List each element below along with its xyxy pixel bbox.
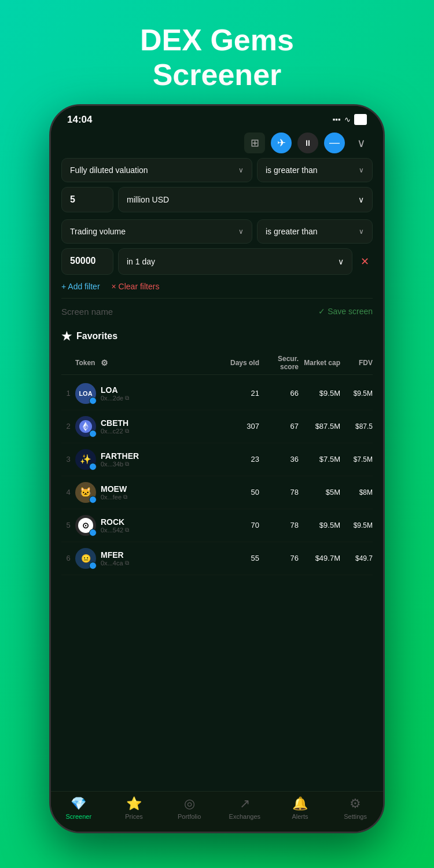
filter1-unit-dropdown[interactable]: million USD ∨ [118, 187, 373, 212]
copy-icon[interactable]: ⧉ [123, 494, 127, 501]
table-row[interactable]: 4 🐱 MOEW 0x...fee ⧉ 50 78 $5M $8M [61, 476, 373, 509]
cell-secur-score: 76 [259, 554, 299, 562]
status-bar: 14:04 ▪▪▪ ∿ 52 [51, 106, 383, 129]
nav-label-exchanges: Exchanges [229, 813, 260, 820]
table-row[interactable]: 2 CBETH 0x...c22 ⧉ 307 67 $87.5M $87.5 [61, 410, 373, 443]
table-row[interactable]: 3 ✨ FARTHER 0x...34b ⧉ 23 36 $7.5M $7.5M [61, 443, 373, 476]
nav-item-prices[interactable]: ⭐ Prices [116, 796, 151, 820]
save-screen-button[interactable]: ✓ Save screen [318, 307, 373, 316]
token-info: CBETH 0x...c22 ⧉ [101, 418, 129, 435]
copy-icon[interactable]: ⧉ [125, 527, 129, 534]
favorites-label: Favorites [76, 331, 117, 341]
token-symbol: MOEW [101, 484, 127, 494]
token-avatar: ✨ [75, 449, 96, 470]
row-rank: 3 [61, 455, 75, 464]
cell-market-cap: $9.5M [299, 389, 340, 398]
pause-button[interactable]: ⏸ [297, 133, 318, 153]
filter2-operator-dropdown[interactable]: is greater than ∨ [257, 219, 373, 244]
filter2-field-chevron: ∨ [238, 227, 244, 236]
nav-item-screener[interactable]: 💎 Screener [61, 796, 96, 820]
token-info: ROCK 0x...542 ⧉ [101, 517, 129, 534]
chain-dot [89, 562, 97, 569]
token-address: 0x...2de ⧉ [101, 395, 129, 402]
token-symbol: CBETH [101, 418, 129, 428]
filter1-value-row: 5 million USD ∨ [61, 187, 373, 212]
token-address: 0x...542 ⧉ [101, 527, 129, 534]
cell-secur-score: 78 [259, 488, 299, 496]
filter1-field-row: Fully diluted valuation ∨ is greater tha… [61, 158, 373, 182]
filter2-value-row: 50000 in 1 day ∨ ✕ [61, 248, 373, 275]
table-row[interactable]: 6 😐 MFER 0x...4ca ⧉ 55 76 $49.7M $49.7 [61, 542, 373, 575]
nav-item-exchanges[interactable]: ↗ Exchanges [227, 796, 262, 820]
nav-label-prices: Prices [125, 813, 143, 820]
cell-fdv: $7.5M [340, 455, 373, 464]
screen-name-input[interactable]: Screen name [61, 307, 113, 317]
cell-market-cap: $87.5M [299, 422, 340, 431]
row-rank: 6 [61, 554, 75, 562]
settings-icon[interactable]: ⚙ [101, 358, 108, 367]
token-address: 0x...c22 ⧉ [101, 428, 129, 435]
token-col: ⊙ ROCK 0x...542 ⧉ [75, 515, 229, 536]
token-col: 😐 MFER 0x...4ca ⧉ [75, 548, 229, 569]
filter2-value[interactable]: 50000 [61, 248, 113, 275]
nav-item-alerts[interactable]: 🔔 Alerts [282, 796, 317, 820]
token-address: 0x...fee ⧉ [101, 494, 127, 501]
cell-fdv: $87.5 [340, 422, 373, 431]
nav-icon-portfolio: ◎ [184, 796, 195, 811]
nav-icon-alerts: 🔔 [292, 796, 308, 811]
token-symbol: ROCK [101, 517, 129, 527]
copy-icon[interactable]: ⧉ [125, 461, 129, 468]
nav-label-settings: Settings [344, 813, 367, 820]
table-header: Token ⚙ Days old Secur. score Market cap… [61, 351, 373, 375]
cell-market-cap: $5M [299, 488, 340, 496]
token-info: MOEW 0x...fee ⧉ [101, 484, 127, 501]
token-col: 🐱 MOEW 0x...fee ⧉ [75, 482, 229, 503]
filter1-operator-chevron: ∨ [359, 166, 364, 174]
signal-icon: ▪▪▪ [333, 115, 341, 124]
filter2-unit-chevron: ∨ [338, 257, 344, 266]
toolbar: ⊞ ✈ ⏸ — ∨ [51, 129, 383, 158]
filter1-operator-dropdown[interactable]: is greater than ∨ [257, 158, 373, 182]
filter2-unit-dropdown[interactable]: in 1 day ∨ [118, 248, 352, 275]
page-header: DEX Gems Screener [140, 0, 294, 104]
wifi-icon: ∿ [344, 115, 351, 124]
export-button[interactable]: ⊞ [244, 133, 265, 153]
nav-item-settings[interactable]: ⚙ Settings [338, 796, 373, 820]
clear-filters-button[interactable]: × Clear filters [112, 282, 160, 291]
filter2-field-dropdown[interactable]: Trading volume ∨ [61, 219, 252, 244]
cell-days-old: 307 [229, 422, 259, 431]
token-avatar [75, 416, 96, 437]
minus-button[interactable]: — [324, 133, 345, 153]
cell-days-old: 21 [229, 389, 259, 398]
chain-dot [89, 397, 97, 404]
nav-item-portfolio[interactable]: ◎ Portfolio [172, 796, 207, 820]
status-time: 14:04 [67, 114, 92, 126]
row-rank: 2 [61, 422, 75, 431]
token-info: FARTHER 0x...34b ⧉ [101, 451, 139, 468]
cell-fdv: $9.5M [340, 389, 373, 398]
phone-screen: 14:04 ▪▪▪ ∿ 52 ⊞ ✈ ⏸ — ∨ Fully diluted v… [51, 106, 383, 832]
filter1-field-dropdown[interactable]: Fully diluted valuation ∨ [61, 158, 252, 182]
token-symbol: LOA [101, 385, 129, 395]
filter1-value[interactable]: 5 [61, 187, 113, 212]
cell-fdv: $9.5M [340, 521, 373, 529]
cell-market-cap: $7.5M [299, 455, 340, 464]
filter2-delete-button[interactable]: ✕ [357, 248, 373, 275]
copy-icon[interactable]: ⧉ [125, 560, 129, 567]
table-row[interactable]: 1 LOA LOA 0x...2de ⧉ 21 66 $9.5M $9.5M [61, 377, 373, 410]
cell-days-old: 23 [229, 455, 259, 464]
cell-secur-score: 78 [259, 521, 299, 529]
copy-icon[interactable]: ⧉ [125, 395, 129, 402]
action-row: + Add filter × Clear filters [61, 282, 373, 291]
nav-icon-exchanges: ↗ [240, 796, 250, 811]
share-button[interactable]: ✈ [271, 133, 292, 153]
table-row[interactable]: 5 ⊙ ROCK 0x...542 ⧉ 70 78 $9.5M $9.5M [61, 509, 373, 542]
filter2-operator-chevron: ∨ [359, 227, 364, 236]
copy-icon[interactable]: ⧉ [125, 428, 129, 435]
cell-secur-score: 66 [259, 389, 299, 398]
expand-button[interactable]: ∨ [351, 133, 372, 153]
token-avatar: LOA [75, 383, 96, 404]
add-filter-button[interactable]: + Add filter [61, 282, 100, 291]
token-col: CBETH 0x...c22 ⧉ [75, 416, 229, 437]
cell-secur-score: 36 [259, 455, 299, 464]
